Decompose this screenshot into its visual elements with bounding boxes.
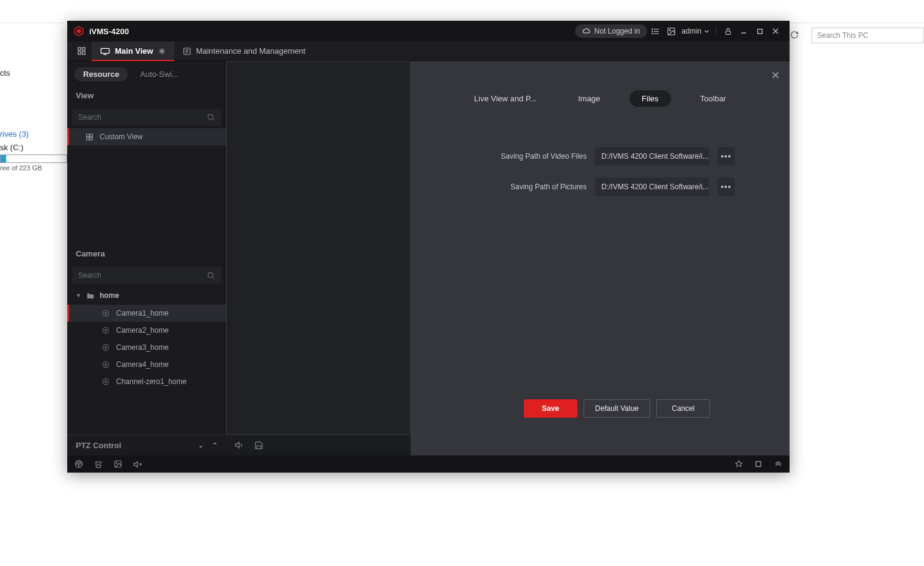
- restore-icon[interactable]: [753, 459, 764, 470]
- row-video-path: Saving Path of Video Files D:/IVMS 4200 …: [411, 141, 790, 172]
- tab-close-icon[interactable]: [158, 48, 166, 55]
- tab-maintenance-label: Maintenance and Management: [196, 46, 306, 56]
- drives-header[interactable]: rives (3): [0, 129, 29, 139]
- ivms-logo-icon: [73, 26, 84, 37]
- trash-icon[interactable]: [93, 459, 104, 470]
- pin-icon[interactable]: [733, 459, 744, 470]
- camera-item-label: Camera3_home: [116, 343, 169, 352]
- drive-usage-bar: [0, 154, 67, 163]
- svg-point-7: [652, 33, 653, 34]
- camera-item[interactable]: Camera2_home: [67, 322, 226, 339]
- camera-item[interactable]: Channel-zero1_home: [67, 373, 226, 390]
- explorer-search-input[interactable]: Search This PC: [812, 27, 924, 43]
- apps-grid-icon[interactable]: [71, 42, 92, 60]
- svg-rect-25: [87, 137, 89, 140]
- camera-group-home[interactable]: ▼ home: [67, 286, 226, 305]
- image-icon[interactable]: [112, 459, 123, 470]
- alert-icon[interactable]: [73, 459, 84, 470]
- maximize-button[interactable]: [752, 23, 768, 39]
- svg-rect-48: [756, 462, 761, 466]
- video-path-browse-button[interactable]: •••: [717, 147, 735, 165]
- sidebar-mode-tabs: Resource Auto-Swi...: [67, 61, 226, 85]
- sidebar-tab-resource[interactable]: Resource: [75, 67, 128, 81]
- video-path-input[interactable]: D:/IVMS 4200 Client Software/i...: [595, 147, 709, 165]
- main-area: Live View and P... Image Files Toolbar S…: [226, 61, 790, 455]
- svg-rect-23: [87, 134, 89, 136]
- drive-row[interactable]: sk (C:) ree of 223 GB: [0, 143, 67, 172]
- svg-line-28: [213, 277, 215, 279]
- minimize-button[interactable]: [736, 23, 752, 39]
- svg-point-32: [105, 329, 107, 332]
- picture-path-browse-button[interactable]: •••: [717, 178, 735, 196]
- folder-icon: [86, 292, 95, 299]
- explorer-nav-item[interactable]: cts: [0, 68, 10, 78]
- picture-path-label: Saving Path of Pictures: [510, 183, 587, 191]
- chevron-down-icon[interactable]: ⌄: [198, 441, 204, 449]
- dialog-tab-files[interactable]: Files: [629, 90, 670, 107]
- mute-icon[interactable]: [132, 459, 143, 470]
- grid-icon: [86, 133, 94, 141]
- svg-point-5: [652, 29, 653, 29]
- dialog-close-button[interactable]: [769, 68, 782, 82]
- cancel-button[interactable]: Cancel: [656, 399, 710, 418]
- sidebar-tab-autoswitch[interactable]: Auto-Swi...: [131, 67, 187, 81]
- svg-rect-41: [78, 463, 79, 465]
- dialog-tabs: Live View and P... Image Files Toolbar: [411, 61, 790, 107]
- ptz-control-header[interactable]: PTZ Control ⌄ ⌃: [67, 435, 226, 455]
- svg-rect-15: [78, 52, 80, 54]
- camera-item[interactable]: Camera4_home: [67, 356, 226, 373]
- save-button[interactable]: Save: [524, 399, 578, 418]
- explorer-search-placeholder: Search This PC: [817, 31, 868, 40]
- ptz-label: PTZ Control: [76, 441, 121, 450]
- module-tabbar: Main View Maintenance and Management: [67, 42, 790, 61]
- login-status-pill[interactable]: Not Logged in: [575, 24, 648, 38]
- lock-icon[interactable]: [720, 23, 736, 39]
- status-bar: [67, 455, 790, 473]
- collapse-icon[interactable]: [772, 459, 783, 470]
- svg-rect-26: [90, 137, 92, 140]
- svg-rect-12: [757, 29, 761, 33]
- volume-icon[interactable]: [235, 440, 244, 450]
- list-icon[interactable]: [647, 23, 663, 39]
- svg-point-27: [208, 272, 213, 277]
- app-body: Resource Auto-Swi... View Search Custom …: [67, 61, 790, 455]
- svg-rect-10: [725, 31, 730, 34]
- camera-icon: [101, 360, 110, 369]
- dialog-tab-liveview[interactable]: Live View and P...: [462, 90, 549, 107]
- chevron-down-icon: ▼: [76, 292, 81, 299]
- settings-dialog: Live View and P... Image Files Toolbar S…: [411, 61, 790, 455]
- user-menu[interactable]: admin: [681, 27, 710, 35]
- svg-point-30: [105, 312, 107, 314]
- dialog-tab-image[interactable]: Image: [566, 90, 612, 107]
- svg-point-44: [116, 462, 117, 463]
- tab-main-view[interactable]: Main View: [92, 42, 174, 60]
- view-item-custom[interactable]: Custom View: [67, 128, 226, 145]
- view-search-input[interactable]: Search: [72, 109, 221, 126]
- row-picture-path: Saving Path of Pictures D:/IVMS 4200 Cli…: [411, 172, 790, 202]
- camera-search-input[interactable]: Search: [72, 267, 221, 284]
- tab-main-view-label: Main View: [115, 46, 153, 56]
- dialog-tab-toolbar[interactable]: Toolbar: [688, 90, 739, 107]
- camera-icon: [101, 377, 110, 386]
- chevron-up-icon[interactable]: ⌃: [212, 441, 218, 449]
- ivms-titlebar: iVMS-4200 Not Logged in admin: [67, 21, 790, 42]
- video-viewport[interactable]: [226, 61, 411, 435]
- login-status-text: Not Logged in: [595, 27, 640, 35]
- picture-icon[interactable]: [663, 23, 679, 39]
- picture-path-input[interactable]: D:/IVMS 4200 Client Software/i...: [595, 178, 709, 196]
- explorer-ribbon: [0, 0, 924, 23]
- tab-maintenance[interactable]: Maintenance and Management: [174, 42, 314, 60]
- search-icon: [207, 271, 215, 280]
- drive-free-text: ree of 223 GB: [0, 164, 67, 172]
- save-view-icon[interactable]: [254, 441, 263, 450]
- video-path-label: Saving Path of Video Files: [501, 152, 587, 161]
- camera-item[interactable]: Camera3_home: [67, 339, 226, 356]
- svg-point-38: [105, 380, 107, 383]
- chevron-down-icon: [704, 29, 710, 34]
- default-value-button[interactable]: Default Value: [584, 399, 650, 418]
- camera-item[interactable]: Camera1_home: [67, 305, 226, 322]
- svg-line-22: [213, 119, 215, 121]
- svg-point-21: [208, 114, 213, 119]
- close-button[interactable]: [768, 23, 783, 39]
- svg-point-36: [105, 363, 107, 366]
